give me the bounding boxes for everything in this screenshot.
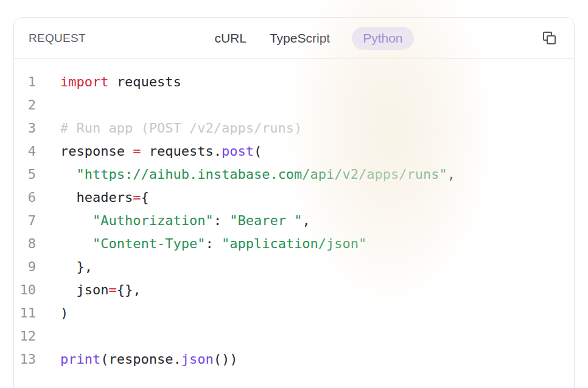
tab-curl[interactable]: cURL [213, 27, 248, 50]
code-text: print(response.json()) [60, 348, 237, 371]
line-number: 10 [14, 279, 36, 302]
code-block: 1import requests23# Run app (POST /v2/ap… [14, 59, 574, 386]
line-number: 6 [14, 186, 36, 209]
code-line: 11) [14, 302, 574, 325]
line-number: 11 [14, 302, 36, 325]
panel-title: REQUEST [29, 32, 194, 45]
code-line: 5 "https://aihub.instabase.com/api/v2/ap… [14, 163, 574, 186]
line-number: 4 [14, 140, 36, 163]
line-number: 2 [14, 94, 36, 117]
code-line: 1import requests [14, 71, 574, 94]
code-line: 4response = requests.post( [14, 140, 574, 163]
line-number: 3 [14, 117, 36, 140]
line-number: 7 [14, 209, 36, 232]
code-text: # Run app (POST /v2/apps/runs) [60, 117, 302, 140]
line-number: 9 [14, 255, 36, 279]
language-tabs: cURL TypeScript Python [213, 27, 413, 50]
header-actions [394, 28, 559, 49]
code-line: 3# Run app (POST /v2/apps/runs) [14, 117, 574, 140]
code-text: "Authorization": "Bearer ", [60, 209, 310, 232]
code-line: 10 json={}, [14, 279, 574, 302]
code-text: headers={ [60, 186, 149, 209]
code-line: 12 [14, 325, 574, 348]
copy-icon [541, 30, 558, 46]
code-line: 7 "Authorization": "Bearer ", [14, 209, 574, 232]
code-text: import requests [60, 71, 181, 94]
code-text: json={}, [60, 279, 141, 302]
code-line: 2 [14, 94, 574, 117]
code-text: }, [60, 255, 93, 279]
line-number: 5 [14, 163, 36, 186]
tab-python[interactable]: Python [352, 27, 413, 50]
line-number: 12 [14, 325, 36, 348]
code-text: "Content-Type": "application/json" [60, 232, 366, 255]
code-line: 9 }, [14, 255, 574, 279]
tab-typescript[interactable]: TypeScript [268, 27, 331, 50]
code-line: 6 headers={ [14, 186, 574, 209]
line-number: 1 [14, 71, 36, 94]
copy-button[interactable] [539, 28, 559, 49]
code-text: "https://aihub.instabase.com/api/v2/apps… [60, 163, 455, 186]
code-text: ) [60, 302, 68, 325]
panel-header: REQUEST cURL TypeScript Python [14, 18, 574, 59]
code-line: 8 "Content-Type": "application/json" [14, 232, 574, 255]
code-text: response = requests.post( [60, 140, 262, 163]
request-panel: REQUEST cURL TypeScript Python 1import r… [13, 17, 575, 388]
code-line: 13print(response.json()) [14, 348, 574, 371]
line-number: 8 [14, 232, 36, 255]
line-number: 13 [14, 348, 36, 371]
